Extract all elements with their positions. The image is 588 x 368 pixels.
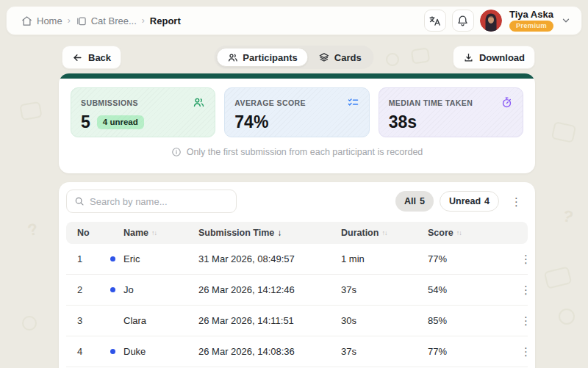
info-icon [171,147,182,157]
header-name[interactable]: Name ↑↓ [110,228,198,238]
search-box[interactable] [66,190,237,213]
score: 77% [428,253,514,264]
chevron-down-icon[interactable] [561,15,571,26]
header-no: No [66,228,110,238]
sort-icon: ↑↓ [381,229,387,237]
stat-card-average-score: AVERAGE SCORE 74% [224,87,369,137]
layers-icon [319,52,330,63]
accent-bar [59,73,535,79]
breadcrumb-collection[interactable]: Cat Bree... [76,15,137,26]
header-submission-time[interactable]: Submission Time ↓ [198,228,341,238]
doodle-circle [559,309,575,325]
breadcrumb-collection-label: Cat Bree... [91,15,137,26]
header-duration[interactable]: Duration ↑↓ [341,228,428,238]
breadcrumb-home[interactable]: Home [21,15,62,26]
duration: 37s [341,284,428,295]
table-row[interactable]: 1 Eric 31 Mar 2026, 08:49:57 1 min 77% ⋮ [66,244,528,275]
stopwatch-icon [501,96,513,109]
row-name-cell: Eric [110,253,198,264]
view-toggle: Participants Cards [214,46,373,69]
breadcrumb: Home › Cat Bree... › Report [21,15,181,26]
row-number: 2 [66,284,110,295]
top-bar: Home › Cat Bree... › Report [6,6,582,35]
sort-icon: ↑↓ [456,229,462,237]
table-body: 1 Eric 31 Mar 2026, 08:49:57 1 min 77% ⋮… [66,244,528,367]
score: 85% [428,315,514,326]
participant-name: Duke [123,346,146,357]
row-options-menu[interactable]: ⋮ [514,343,537,360]
submission-time: 26 Mar 2026, 14:08:36 [198,346,341,357]
filter-all-count: 5 [420,196,425,206]
stats-panel: SUBMISSIONS 5 4 unread AVERAGE SCORE 74% [59,73,535,173]
doodle-question: ? [26,220,40,240]
tab-cards[interactable]: Cards [309,48,372,67]
search-icon [74,196,85,206]
submission-note: Only the first submission from each part… [59,147,535,157]
participant-name: Clara [123,315,146,326]
avatar[interactable] [480,10,502,32]
download-button[interactable]: Download [453,46,535,69]
language-button[interactable] [424,10,446,32]
unread-dot [110,256,115,261]
submission-time: 26 Mar 2026, 14:11:51 [198,315,341,326]
submission-time: 26 Mar 2026, 14:12:46 [198,284,341,295]
row-name-cell: Jo [110,284,198,295]
user-menu[interactable]: Tiya Aska Premium [509,10,553,31]
sort-desc-icon: ↓ [277,228,282,238]
unread-dot [110,287,115,292]
unread-count-badge: 4 unread [97,115,144,129]
row-options-menu[interactable]: ⋮ [514,250,537,267]
filter-unread-label: Unread [449,196,481,206]
flashcards-icon [76,15,87,26]
translate-icon [429,15,441,27]
download-label: Download [479,52,525,63]
checklist-icon [347,96,359,109]
doodle-card [19,101,42,121]
duration: 37s [341,346,428,357]
back-button[interactable]: Back [62,46,121,69]
stat-card-submissions: SUBMISSIONS 5 4 unread [71,87,215,137]
breadcrumb-home-label: Home [37,15,62,26]
tab-cards-label: Cards [334,52,362,63]
duration: 30s [341,315,428,326]
median-time-label: MEDIAN TIME TAKEN [389,98,473,107]
breadcrumb-separator: › [142,15,145,26]
score: 77% [428,346,514,357]
row-options-menu[interactable]: ⋮ [514,281,537,298]
stat-card-median-time: MEDIAN TIME TAKEN 38s [379,87,523,137]
participant-name: Jo [123,284,134,295]
breadcrumb-separator: › [68,15,71,26]
page-title: Report [150,15,181,26]
people-icon [193,96,205,109]
tab-participants[interactable]: Participants [216,48,308,67]
search-input[interactable] [90,196,229,207]
row-options-menu[interactable]: ⋮ [514,312,537,329]
download-icon [463,52,474,63]
bell-icon [456,15,469,27]
doodle-circle [22,316,37,331]
premium-badge: Premium [509,21,553,31]
filter-unread-count: 4 [484,196,490,206]
table-options-menu[interactable]: ⋮ [505,193,528,210]
header-score[interactable]: Score ↑↓ [428,228,514,238]
doodle-card [544,266,573,289]
table-row[interactable]: 2 Jo 26 Mar 2026, 14:12:46 37s 54% ⋮ [66,275,528,306]
median-time-value: 38s [389,114,417,131]
doodle-question: ? [561,206,575,227]
home-icon [21,15,32,26]
table-row[interactable]: 4 Duke 26 Mar 2026, 14:08:36 37s 77% ⋮ [66,336,528,367]
arrow-left-icon [72,52,83,63]
breadcrumb-current: Report [150,15,181,26]
filter-unread[interactable]: Unread 4 [440,191,499,212]
participant-name: Eric [123,253,140,264]
duration: 1 min [341,253,428,264]
table-row[interactable]: 3 Clara 26 Mar 2026, 14:11:51 30s 85% ⋮ [66,306,528,336]
submission-note-text: Only the first submission from each part… [187,147,423,157]
submissions-label: SUBMISSIONS [81,98,138,107]
score: 54% [428,284,514,295]
notifications-button[interactable] [452,10,474,32]
tab-participants-label: Participants [243,52,297,63]
row-number: 3 [66,315,110,326]
row-number: 4 [66,346,110,357]
filter-all[interactable]: All 5 [395,191,434,212]
